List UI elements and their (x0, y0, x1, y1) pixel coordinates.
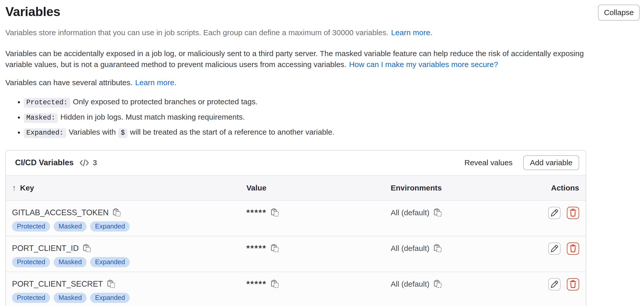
code-icon (79, 159, 89, 167)
badge-expanded: Expanded (90, 257, 130, 267)
list-item-masked: Masked:Hidden in job logs. Must match ma… (24, 111, 640, 123)
dollar-code: $ (118, 128, 127, 138)
table-header: ↑ Key Value Environments Actions (6, 175, 586, 201)
badge-protected: Protected (12, 257, 50, 267)
actions-cell (548, 207, 579, 219)
panel-title: CI/CD Variables (15, 158, 74, 167)
list-item-protected: Protected:Only exposed to protected bran… (24, 96, 640, 108)
expanded-description-before: Variables with (69, 128, 116, 136)
copy-environment-button[interactable] (434, 280, 442, 288)
value-cell: ***** (246, 207, 391, 219)
key-cell: PORT_CLIENT_ID Protected Masked Expanded (12, 243, 246, 267)
pencil-icon (550, 244, 559, 253)
environment-scope: All (default) (391, 208, 430, 217)
sort-ascending-icon: ↑ (12, 184, 16, 192)
list-item-expanded: Expanded:Variables with$will be treated … (24, 126, 640, 138)
delete-variable-button[interactable] (567, 207, 579, 219)
attributes-learn-more-link[interactable]: Learn more. (135, 78, 176, 87)
copy-value-button[interactable] (271, 244, 279, 252)
page-title: Variables (5, 5, 60, 19)
learn-more-link[interactable]: Learn more. (391, 28, 432, 37)
copy-key-button[interactable] (107, 280, 115, 288)
panel-header: CI/CD Variables 3 Reveal values Add vari… (6, 150, 586, 175)
add-variable-button[interactable]: Add variable (523, 155, 579, 170)
key-column-label: Key (20, 184, 34, 192)
masked-code: Masked: (24, 113, 58, 123)
badge-list: Protected Masked Expanded (12, 221, 246, 232)
actions-cell (548, 278, 579, 290)
badge-protected: Protected (12, 293, 50, 303)
copy-value-button[interactable] (271, 280, 279, 288)
protected-description: Only exposed to protected branches or pr… (73, 97, 258, 106)
column-header-key[interactable]: ↑ Key (12, 184, 246, 192)
warning-paragraph: Variables can be accidentally exposed in… (5, 48, 591, 70)
copy-key-button[interactable] (83, 244, 91, 252)
badge-masked: Masked (54, 257, 87, 267)
expanded-description-after: will be treated as the start of a refere… (130, 128, 334, 136)
actions-cell (548, 243, 579, 255)
value-cell: ***** (246, 278, 391, 290)
badge-protected: Protected (12, 221, 50, 232)
trash-icon (569, 244, 577, 253)
variable-key: PORT_CLIENT_ID (12, 244, 79, 253)
masked-value: ***** (246, 208, 267, 218)
expanded-code: Expanded: (24, 128, 66, 138)
protected-code: Protected: (24, 98, 70, 108)
attributes-list: Protected:Only exposed to protected bran… (5, 96, 640, 138)
masked-description: Hidden in job logs. Must match masking r… (61, 113, 245, 121)
badge-masked: Masked (54, 221, 87, 232)
edit-variable-button[interactable] (548, 207, 560, 219)
edit-variable-button[interactable] (548, 243, 560, 255)
attributes-text: Variables can have several attributes. (5, 78, 133, 87)
environments-cell: All (default) (391, 243, 528, 254)
environments-cell: All (default) (391, 207, 528, 219)
key-cell: PORT_CLIENT_SECRET Protected Masked Expa… (12, 278, 246, 303)
environment-scope: All (default) (391, 244, 430, 253)
edit-variable-button[interactable] (548, 278, 560, 290)
copy-environment-button[interactable] (434, 244, 442, 252)
environments-cell: All (default) (391, 278, 528, 290)
column-header-environments: Environments (391, 184, 528, 192)
masked-value: ***** (246, 279, 267, 289)
column-header-actions: Actions (551, 184, 579, 192)
copy-value-button[interactable] (271, 208, 279, 217)
badge-expanded: Expanded (90, 221, 130, 232)
badge-masked: Masked (54, 293, 87, 303)
intro-text: Variables store information that you can… (5, 28, 388, 37)
heading-row: Variables Collapse (5, 5, 640, 21)
pencil-icon (550, 280, 559, 289)
collapse-button[interactable]: Collapse (598, 5, 640, 21)
environment-scope: All (default) (391, 280, 430, 288)
trash-icon (569, 209, 577, 217)
variable-key: PORT_CLIENT_SECRET (12, 279, 103, 289)
variables-count: 3 (93, 158, 97, 167)
delete-variable-button[interactable] (567, 278, 579, 290)
secure-variables-link[interactable]: How can I make my variables more secure? (349, 60, 498, 69)
ci-cd-variables-panel: CI/CD Variables 3 Reveal values Add vari… (5, 150, 586, 306)
attributes-paragraph: Variables can have several attributes.Le… (5, 77, 640, 88)
trash-icon (569, 280, 577, 289)
masked-value: ***** (246, 244, 267, 253)
badge-list: Protected Masked Expanded (12, 257, 246, 267)
table-row: GITLAB_ACCESS_TOKEN Protected Masked Exp… (6, 201, 586, 236)
table-row: PORT_CLIENT_SECRET Protected Masked Expa… (6, 272, 586, 306)
column-header-value: Value (246, 184, 391, 192)
value-cell: ***** (246, 243, 391, 254)
variable-key: GITLAB_ACCESS_TOKEN (12, 208, 109, 217)
reveal-values-button[interactable]: Reveal values (464, 156, 512, 170)
badge-list: Protected Masked Expanded (12, 293, 246, 303)
pencil-icon (550, 209, 559, 217)
copy-key-button[interactable] (113, 208, 121, 217)
table-row: PORT_CLIENT_ID Protected Masked Expanded (6, 236, 586, 272)
key-cell: GITLAB_ACCESS_TOKEN Protected Masked Exp… (12, 207, 246, 232)
copy-environment-button[interactable] (434, 208, 442, 217)
delete-variable-button[interactable] (567, 243, 579, 255)
badge-expanded: Expanded (90, 293, 130, 303)
intro-paragraph: Variables store information that you can… (5, 27, 640, 38)
variables-settings-page: Variables Collapse Variables store infor… (0, 0, 644, 306)
